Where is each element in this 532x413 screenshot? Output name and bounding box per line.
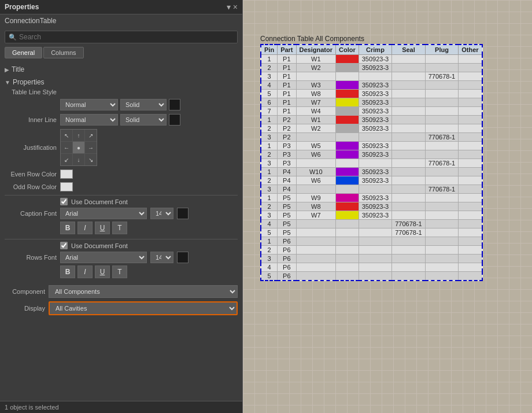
section-properties-header[interactable]: ▼ Properties bbox=[0, 76, 242, 89]
cell-seal: 770678-1 bbox=[392, 228, 426, 237]
even-row-color-box[interactable] bbox=[60, 169, 73, 179]
search-input[interactable] bbox=[19, 33, 234, 41]
caption-strikethrough-btn[interactable]: T bbox=[112, 222, 127, 234]
cell-part: P6 bbox=[278, 263, 296, 272]
cell-plug bbox=[425, 107, 459, 116]
cell-designator: W10 bbox=[296, 168, 335, 176]
caption-italic-btn[interactable]: I bbox=[77, 222, 93, 234]
rows-use-doc-font-checkbox[interactable] bbox=[60, 242, 68, 249]
cell-plug bbox=[425, 272, 459, 281]
cell-pin: 1 bbox=[261, 116, 278, 124]
cell-other bbox=[459, 263, 482, 272]
cell-part: P4 bbox=[278, 176, 296, 185]
just-mid-center[interactable]: ● bbox=[73, 142, 84, 153]
cell-other bbox=[459, 107, 482, 116]
cell-plug: 770678-1 bbox=[425, 159, 459, 168]
col-designator: Designator bbox=[296, 45, 335, 55]
cell-pin: 2 bbox=[261, 64, 278, 72]
section-title-label: Title bbox=[12, 65, 24, 73]
caption-font-size-select[interactable]: 14 bbox=[150, 208, 173, 219]
section-title-header[interactable]: ▶ Title bbox=[0, 63, 242, 76]
rows-bold-btn[interactable]: B bbox=[60, 266, 75, 278]
cell-seal bbox=[392, 81, 426, 90]
cell-crimp: 350923-3 bbox=[359, 116, 392, 124]
cell-pin: 1 bbox=[261, 237, 278, 246]
rows-underline-btn[interactable]: U bbox=[95, 266, 110, 278]
caption-underline-btn[interactable]: U bbox=[95, 222, 110, 234]
caption-font-section: Use Document Font Caption Font Arial 14 … bbox=[5, 198, 238, 234]
caption-use-doc-font-checkbox[interactable] bbox=[60, 198, 68, 205]
cell-crimp bbox=[359, 228, 392, 237]
cell-other bbox=[459, 81, 482, 90]
rows-font-color-swatch[interactable] bbox=[177, 252, 189, 263]
cell-designator: W7 bbox=[296, 98, 335, 107]
cell-designator bbox=[296, 72, 335, 81]
rows-font-size-select[interactable]: 14 bbox=[150, 252, 173, 263]
cell-plug: 770678-1 bbox=[425, 133, 459, 142]
tab-general[interactable]: General bbox=[5, 47, 42, 58]
display-select[interactable]: All Cavities bbox=[50, 303, 237, 314]
inner-line-normal-select[interactable]: Normal bbox=[60, 114, 118, 126]
inner-line-color-swatch[interactable] bbox=[169, 114, 180, 126]
cell-pin: 3 bbox=[261, 185, 278, 194]
cell-color bbox=[336, 72, 359, 81]
col-other: Other bbox=[459, 45, 482, 55]
just-mid-right[interactable]: → bbox=[85, 142, 97, 153]
just-top-left[interactable]: ↖ bbox=[61, 130, 72, 141]
cell-plug bbox=[425, 81, 459, 90]
cell-color bbox=[336, 220, 359, 228]
odd-row-color-box[interactable] bbox=[60, 182, 73, 191]
cell-seal bbox=[392, 159, 426, 168]
cell-part: P2 bbox=[278, 116, 296, 124]
just-bot-left[interactable]: ↙ bbox=[61, 154, 72, 165]
cell-designator: W1 bbox=[296, 55, 335, 64]
cell-other bbox=[459, 246, 482, 255]
cell-color bbox=[336, 64, 359, 72]
outer-line-solid-select[interactable]: Solid bbox=[120, 99, 167, 110]
cell-other bbox=[459, 98, 482, 107]
just-bot-right[interactable]: ↘ bbox=[85, 154, 97, 165]
outer-line-color-swatch[interactable] bbox=[169, 99, 180, 110]
caption-font-name-select[interactable]: Arial bbox=[60, 208, 147, 219]
outer-line-normal-select[interactable]: Normal bbox=[60, 99, 118, 110]
component-select[interactable]: All Components bbox=[49, 285, 238, 298]
rows-strikethrough-btn[interactable]: T bbox=[112, 266, 127, 278]
table-row: 2P6 bbox=[261, 246, 482, 255]
cell-plug bbox=[425, 64, 459, 72]
panel-scroll: ▶ Title ▼ Properties Table Line Style No… bbox=[0, 61, 242, 401]
inner-line-solid-select[interactable]: Solid bbox=[120, 114, 167, 126]
just-bot-center[interactable]: ↓ bbox=[73, 154, 84, 165]
cell-plug bbox=[425, 98, 459, 107]
caption-bold-btn[interactable]: B bbox=[60, 222, 75, 234]
table-row: 5P1W8350923-3 bbox=[261, 90, 482, 98]
just-top-center[interactable]: ↑ bbox=[73, 130, 84, 141]
cell-part: P1 bbox=[278, 81, 296, 90]
caption-font-color-swatch[interactable] bbox=[177, 208, 189, 219]
just-top-right[interactable]: ↗ bbox=[85, 130, 97, 141]
cell-part: P5 bbox=[278, 194, 296, 202]
table-row: 5P6 bbox=[261, 272, 482, 281]
cell-other bbox=[459, 72, 482, 81]
close-icon[interactable]: × bbox=[233, 2, 238, 12]
cell-pin: 5 bbox=[261, 90, 278, 98]
cell-part: P5 bbox=[278, 202, 296, 211]
cell-other bbox=[459, 90, 482, 98]
rows-font-name-select[interactable]: Arial bbox=[60, 252, 147, 263]
rows-italic-btn[interactable]: I bbox=[77, 266, 93, 278]
even-row-color-label: Even Row Color bbox=[5, 171, 57, 178]
just-mid-left[interactable]: ← bbox=[61, 142, 72, 153]
table-row: 1P5W9350923-3 bbox=[261, 194, 482, 202]
cell-seal bbox=[392, 90, 426, 98]
properties-panel: Properties ▾ × ConnectionTable 🔍 General… bbox=[0, 0, 243, 413]
cell-seal bbox=[392, 98, 426, 107]
cell-color bbox=[336, 272, 359, 281]
cell-pin: 1 bbox=[261, 55, 278, 64]
rows-font-section: Use Document Font Rows Font Arial 14 B I… bbox=[5, 242, 238, 278]
col-plug: Plug bbox=[425, 45, 459, 55]
cell-other bbox=[459, 237, 482, 246]
cell-designator: W3 bbox=[296, 81, 335, 90]
pin-icon[interactable]: ▾ bbox=[227, 2, 231, 12]
cell-color bbox=[336, 202, 359, 211]
cell-designator bbox=[296, 255, 335, 263]
tab-columns[interactable]: Columns bbox=[43, 47, 83, 58]
